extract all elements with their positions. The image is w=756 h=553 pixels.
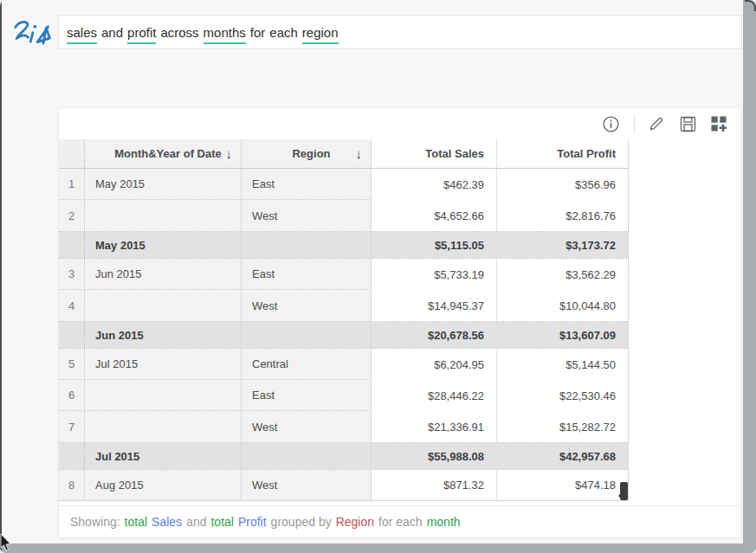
table-header-row: Month&Year of Date↓Region↓Total SalesTot… [59,139,629,169]
cell-sales: $871.32 [372,470,497,500]
table-row: 7West$21,336.91$15,282.72 [59,411,629,442]
table-subtotal-row: Jul 2015$55,988.08$42,957.68 [59,442,629,470]
column-header-rownum [59,139,85,168]
window-bottom-edge [0,543,756,553]
summary-token: and [186,515,206,529]
toolbar-divider [634,114,635,133]
column-header-label: Month&Year of Date [114,147,222,160]
cell-num: 1 [59,169,85,200]
query-token: across [160,25,198,42]
cell-sales: $6,204.95 [372,349,497,380]
cell-sales: $20,678.56 [372,322,497,348]
cell-month [85,290,242,321]
column-header-label: Region [292,147,330,160]
table-row: 6East$28,446.22$22,530.46 [59,380,629,411]
cell-month [85,380,242,411]
sort-desc-icon[interactable]: ↓ [356,146,363,161]
cell-profit: $13,607.09 [497,322,629,348]
cell-month: Jun 2015 [85,259,242,290]
summary-bar: Showing:totalSalesandtotalProfitgrouped … [59,505,740,537]
cell-sales: $4,652.66 [372,200,497,231]
cell-profit: $10,044.80 [497,290,629,321]
cell-num: 3 [59,259,85,290]
table-row: 4West$14,945.37$10,044.80 [59,290,629,321]
cell-month: May 2015 [85,169,242,200]
cell-profit: $3,562.29 [497,259,629,290]
query-token: sales [67,25,97,44]
cell-month [85,200,242,231]
cell-profit: $15,282.72 [497,411,629,442]
column-header-Total Sales: Total Sales [372,139,497,168]
cell-month: Jul 2015 [85,349,242,380]
info-icon[interactable] [601,114,620,133]
cell-profit: $3,173.72 [497,232,629,258]
cell-region [242,443,372,469]
cell-region: West [242,200,372,231]
mouse-cursor-icon [0,534,12,553]
summary-token: Region [336,515,374,529]
cell-sales: $5,115.05 [372,232,497,258]
summary-token: for each [378,515,423,529]
table-row: 2West$4,652.66$2,816.76 [59,200,629,231]
window-left-edge [0,0,2,553]
query-token: each [269,25,298,42]
column-header-label: Total Sales [425,147,484,160]
cell-num [59,322,85,348]
add-to-dashboard-icon[interactable] [709,114,728,133]
cell-month: Jun 2015 [85,322,242,348]
summary-token: Sales [152,515,182,529]
cell-sales: $21,336.91 [372,411,497,442]
summary-token: month [427,515,461,529]
report-card: Month&Year of Date↓Region↓Total SalesTot… [58,107,741,538]
cell-region: West [242,290,372,321]
cell-region: East [242,259,372,290]
save-icon[interactable] [678,114,697,133]
cell-num: 7 [59,411,85,442]
cell-num: 5 [59,349,85,380]
cell-num [59,232,85,258]
cell-num [59,443,85,469]
query-token: and [101,25,123,42]
cell-profit: $2,816.76 [497,200,629,231]
cell-month: Aug 2015 [85,470,242,500]
summary-token: total [125,515,147,529]
query-text: salesandprofitacrossmonthsforeachregion [67,25,343,40]
table-subtotal-row: Jun 2015$20,678.56$13,607.09 [59,321,629,349]
summary-token: Profit [238,515,267,529]
query-token: region [302,25,339,44]
edit-icon[interactable] [647,114,666,133]
zia-logo-icon [12,17,54,50]
cell-region: East [242,380,372,411]
query-token: months [204,25,246,44]
column-header-label: Total Profit [557,147,616,160]
table-row: 5Jul 2015Central$6,204.95$5,144.50 [59,349,629,380]
cell-month: Jul 2015 [85,443,242,469]
cell-sales: $14,945.37 [372,290,497,321]
table-row: 3Jun 2015East$5,733.19$3,562.29 [59,259,629,290]
query-input[interactable]: salesandprofitacrossmonthsforeachregion [58,15,742,49]
cell-region: West [242,411,372,442]
window-right-edge [743,0,756,553]
cell-region [242,232,372,258]
column-header-Total Profit: Total Profit [497,139,629,168]
cell-profit: $356.96 [497,169,629,200]
report-toolbar [59,108,740,139]
column-header-Region[interactable]: Region↓ [242,139,372,168]
cell-profit: $5,144.50 [497,349,629,380]
sort-desc-icon[interactable]: ↓ [226,146,233,161]
cell-num: 6 [59,380,85,411]
cell-region: West [242,470,372,500]
result-table: Month&Year of Date↓Region↓Total SalesTot… [59,139,629,501]
cell-num: 8 [59,470,85,500]
summary-token: Showing: [70,515,120,529]
cell-sales: $462.39 [372,169,497,200]
cell-profit: $22,530.46 [497,380,629,411]
column-header-Month&Year of Date[interactable]: Month&Year of Date↓ [85,139,242,168]
query-token: profit [127,25,156,44]
zia-logo [12,17,54,50]
table-row: 1May 2015East$462.39$356.96 [59,169,629,200]
table-scrollbar-thumb[interactable] [620,482,628,500]
cell-region: East [242,169,372,200]
app-window: salesandprofitacrossmonthsforeachregion … [0,0,756,553]
cell-sales: $28,446.22 [372,380,497,411]
